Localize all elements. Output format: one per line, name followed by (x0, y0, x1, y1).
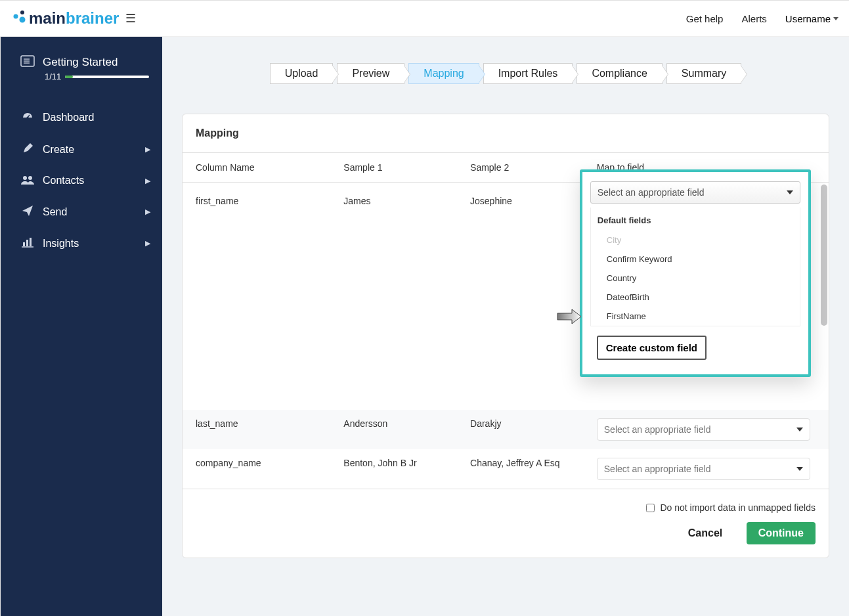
step-preview[interactable]: Preview (337, 63, 404, 84)
create-custom-field-button[interactable]: Create custom field (597, 336, 707, 360)
field-select[interactable]: Select an appropriate field (597, 418, 810, 441)
arrow-right-icon (556, 308, 582, 327)
sidebar-label: Create (43, 144, 145, 156)
get-help-link[interactable]: Get help (686, 13, 724, 24)
cell-sample2: Josephine (462, 183, 589, 410)
svg-point-2 (20, 17, 26, 23)
select-placeholder: Select an appropriate field (604, 424, 711, 435)
svg-rect-12 (26, 240, 28, 246)
scrollbar[interactable] (821, 185, 827, 326)
chevron-right-icon: ▶ (145, 208, 150, 216)
getting-started-title: Getting Started (43, 56, 118, 69)
option-confirm-keyword[interactable]: Confirm Keyword (591, 250, 800, 269)
chevron-right-icon: ▶ (145, 145, 150, 154)
table-row: company_name Benton, John B Jr Chanay, J… (183, 449, 829, 489)
card-footer: Do not import data in unmapped fields Ca… (183, 489, 829, 558)
field-select[interactable]: Select an appropriate field (590, 181, 800, 204)
main-content: Upload Preview Mapping Import Rules Comp… (162, 37, 849, 616)
chevron-down-icon (787, 190, 793, 194)
dashboard-icon (20, 110, 35, 124)
chevron-right-icon: ▶ (145, 177, 150, 185)
cancel-button[interactable]: Cancel (676, 522, 734, 544)
sidebar-item-dashboard[interactable]: Dashboard (1, 101, 162, 133)
select-placeholder: Select an appropriate field (598, 187, 705, 198)
cell-column-name: company_name (183, 449, 336, 489)
user-label: Username (785, 13, 831, 24)
table-row: last_name Andersson Darakjy Select an ap… (183, 410, 829, 449)
chevron-down-icon (796, 428, 803, 431)
svg-point-10 (28, 176, 32, 180)
sidebar-label: Insights (43, 238, 145, 250)
dropdown-list: Default fields City Confirm Keyword Coun… (590, 208, 800, 326)
chevron-down-icon (833, 17, 838, 20)
cell-sample2: Darakjy (462, 410, 589, 449)
field-select[interactable]: Select an appropriate field (597, 458, 810, 480)
table-row: first_name James Josephine Select an app… (183, 183, 829, 410)
unmapped-checkbox[interactable] (646, 504, 655, 512)
sidebar-item-insights[interactable]: Insights ▶ (1, 228, 162, 259)
list-icon (20, 55, 35, 70)
getting-started[interactable]: Getting Started 1/11 (1, 55, 162, 81)
field-dropdown-open: Select an appropriate field Default fiel… (580, 169, 811, 377)
sidebar-item-send[interactable]: Send ▶ (1, 196, 162, 228)
logo-text-brainer: brainer (66, 9, 119, 28)
svg-point-9 (23, 176, 27, 180)
sidebar-label: Contacts (43, 175, 145, 187)
th-sample1: Sample 1 (336, 153, 462, 183)
step-compliance[interactable]: Compliance (577, 63, 662, 84)
continue-button[interactable]: Continue (747, 522, 816, 544)
step-upload[interactable]: Upload (270, 63, 334, 84)
sidebar-item-contacts[interactable]: Contacts ▶ (1, 165, 162, 196)
chevron-right-icon: ▶ (145, 239, 150, 248)
step-mapping[interactable]: Mapping (408, 63, 479, 84)
option-country[interactable]: Country (591, 269, 800, 288)
th-sample2: Sample 2 (462, 153, 589, 183)
topbar: mainbrainer ☰ Get help Alerts Username (0, 0, 849, 37)
create-icon (20, 143, 35, 156)
stepper: Upload Preview Mapping Import Rules Comp… (182, 63, 829, 84)
svg-rect-11 (23, 242, 25, 246)
sidebar-label: Dashboard (43, 112, 150, 123)
logo[interactable]: mainbrainer (11, 9, 119, 28)
chevron-down-icon (796, 467, 803, 471)
option-dateofbirth[interactable]: DateofBirth (591, 288, 800, 307)
logo-dots-icon (11, 9, 26, 28)
logo-text-main: main (29, 9, 66, 28)
card-title: Mapping (183, 114, 829, 153)
sidebar-item-create[interactable]: Create ▶ (1, 133, 162, 165)
th-column-name: Column Name (183, 153, 336, 183)
cell-column-name: last_name (183, 410, 336, 449)
sidebar: Getting Started 1/11 Dashboard Create ▶ (0, 37, 162, 616)
mapping-table: Column Name Sample 1 Sample 2 Map to fie… (183, 153, 829, 489)
cell-sample2: Chanay, Jeffrey A Esq (462, 449, 589, 489)
step-summary[interactable]: Summary (666, 63, 741, 84)
svg-rect-13 (30, 238, 32, 246)
cell-sample1: Andersson (336, 410, 462, 449)
insights-icon (20, 237, 35, 250)
progress-text: 1/11 (45, 72, 61, 81)
svg-point-0 (20, 11, 24, 14)
send-icon (20, 205, 35, 219)
cell-column-name: first_name (183, 183, 336, 410)
contacts-icon (20, 175, 35, 187)
progress-bar (65, 76, 149, 78)
hamburger-icon[interactable]: ☰ (125, 11, 136, 26)
user-menu[interactable]: Username (785, 13, 838, 24)
select-placeholder: Select an appropriate field (604, 464, 711, 474)
cell-sample1: James (336, 183, 462, 410)
svg-point-1 (14, 14, 18, 19)
option-city: City (591, 231, 800, 250)
checkbox-label: Do not import data in unmapped fields (660, 502, 816, 513)
sidebar-label: Send (43, 206, 145, 218)
step-import-rules[interactable]: Import Rules (483, 63, 573, 84)
alerts-link[interactable]: Alerts (741, 13, 766, 24)
dropdown-section-label: Default fields (591, 208, 800, 231)
cell-sample1: Benton, John B Jr (336, 449, 462, 489)
mapping-card: Mapping Column Name Sample 1 Sample 2 Ma… (182, 114, 829, 558)
option-firstname[interactable]: FirstName (591, 307, 800, 326)
